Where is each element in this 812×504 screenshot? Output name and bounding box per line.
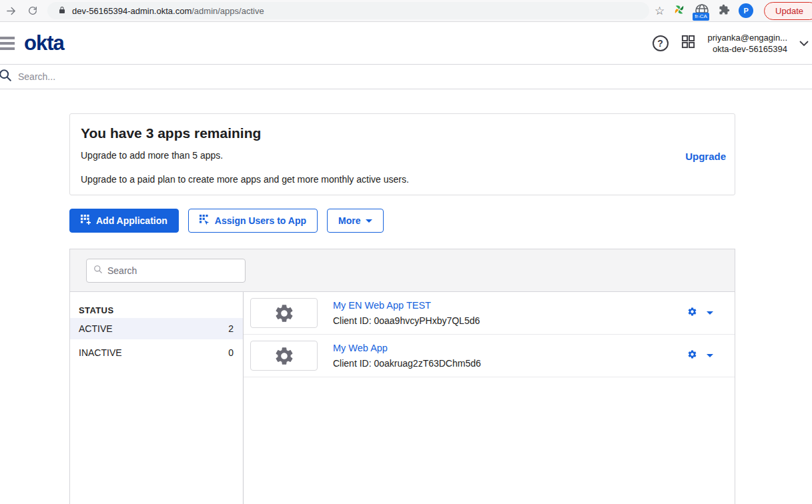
app-client-id: Client ID: 0oaa9hvcyPHxby7QL5d6 [333, 315, 480, 326]
banner-title: You have 3 apps remaining [81, 125, 721, 141]
hamburger-menu-icon[interactable] [0, 37, 15, 50]
assign-users-button[interactable]: Assign Users to App [188, 209, 318, 233]
search-icon [93, 265, 103, 277]
main-content: You have 3 apps remaining Upgrade to add… [0, 89, 812, 504]
app-row: My EN Web App TEST Client ID: 0oaa9hvcyP… [244, 292, 735, 335]
assign-users-grid-icon [199, 215, 210, 227]
browser-nav [0, 5, 38, 17]
banner-line2: Upgrade to a paid plan to create more ap… [81, 174, 721, 185]
browser-chrome: dev-56165394-admin.okta.com/admin/apps/a… [0, 0, 812, 22]
app-dropdown-caret-icon[interactable] [707, 354, 713, 357]
browser-actions: ☆ fr-CA P [655, 3, 753, 19]
app-settings-gear-icon[interactable] [687, 349, 697, 362]
status-filter-sidebar: STATUS ACTIVE 2 INACTIVE 0 [70, 292, 244, 504]
filter-inactive-count: 0 [228, 347, 234, 358]
app-client-id: Client ID: 0oakruag2zT63DChm5d6 [333, 358, 481, 369]
filter-active-count: 2 [228, 323, 234, 334]
filter-active[interactable]: ACTIVE 2 [70, 318, 243, 339]
global-search-bar [0, 65, 812, 89]
url-host: dev-56165394-admin.okta.com [72, 6, 191, 16]
filter-inactive-label: INACTIVE [79, 347, 122, 358]
account-chevron-down-icon[interactable] [799, 37, 809, 49]
reload-icon[interactable] [27, 5, 38, 16]
app-search-box[interactable] [86, 259, 246, 283]
add-application-label: Add Application [96, 215, 167, 226]
app-settings-gear-icon[interactable] [687, 307, 697, 319]
gear-icon [274, 345, 295, 367]
extensions-puzzle-icon[interactable] [719, 4, 730, 18]
more-caret-icon [366, 219, 372, 223]
language-badge: fr-CA [693, 13, 709, 21]
account-org: okta-dev-56165394 [708, 43, 787, 55]
search-icon [0, 68, 13, 85]
banner-line1: Upgrade to add more than 5 apps. [81, 150, 721, 161]
account-email: priyanka@engagin... [708, 32, 787, 43]
more-button[interactable]: More [327, 209, 384, 233]
global-search-input[interactable] [18, 71, 352, 82]
add-application-button[interactable]: Add Application [69, 209, 179, 233]
assign-users-label: Assign Users to App [215, 215, 306, 226]
app-list: My EN Web App TEST Client ID: 0oaa9hvcyP… [244, 292, 735, 504]
filter-active-label: ACTIVE [79, 323, 113, 334]
bookmark-star-icon[interactable]: ☆ [655, 5, 665, 17]
help-icon[interactable]: ? [653, 35, 669, 51]
profile-avatar[interactable]: P [739, 3, 753, 18]
account-menu[interactable]: priyanka@engagin... okta-dev-56165394 [708, 32, 787, 55]
chrome-update-button[interactable]: Update [764, 2, 812, 20]
gear-icon [274, 303, 295, 324]
status-filter-heading: STATUS [70, 305, 243, 315]
panel-header [70, 249, 735, 292]
apps-remaining-banner: You have 3 apps remaining Upgrade to add… [69, 113, 735, 195]
actions-toolbar: Add Application Assign Users to App More [69, 209, 812, 233]
app-name-link[interactable]: My EN Web App TEST [333, 300, 480, 311]
app-dropdown-caret-icon[interactable] [707, 311, 713, 315]
more-label: More [338, 215, 360, 226]
app-search-input[interactable] [107, 265, 228, 276]
app-logo-box [250, 298, 318, 328]
okta-logo[interactable]: okta [24, 33, 64, 53]
app-logo-box [250, 341, 318, 371]
add-application-grid-icon [81, 215, 91, 227]
applications-panel: STATUS ACTIVE 2 INACTIVE 0 My EN Web App… [69, 249, 735, 504]
upgrade-link[interactable]: Upgrade [685, 151, 726, 162]
url-path: /admin/apps/active [191, 6, 264, 16]
app-switcher-grid-icon[interactable] [681, 34, 696, 52]
app-row: My Web App Client ID: 0oakruag2zT63DChm5… [244, 335, 735, 377]
admin-header: okta ? priyanka@engagin... okta-dev-5616… [0, 22, 812, 65]
filter-inactive[interactable]: INACTIVE 0 [70, 342, 243, 363]
lock-icon [58, 5, 66, 17]
translate-globe-icon[interactable]: fr-CA [694, 3, 710, 19]
forward-icon[interactable] [5, 5, 17, 17]
address-bar[interactable]: dev-56165394-admin.okta.com/admin/apps/a… [47, 2, 649, 19]
app-name-link[interactable]: My Web App [333, 343, 481, 353]
extension-brand-icon[interactable] [673, 3, 685, 18]
